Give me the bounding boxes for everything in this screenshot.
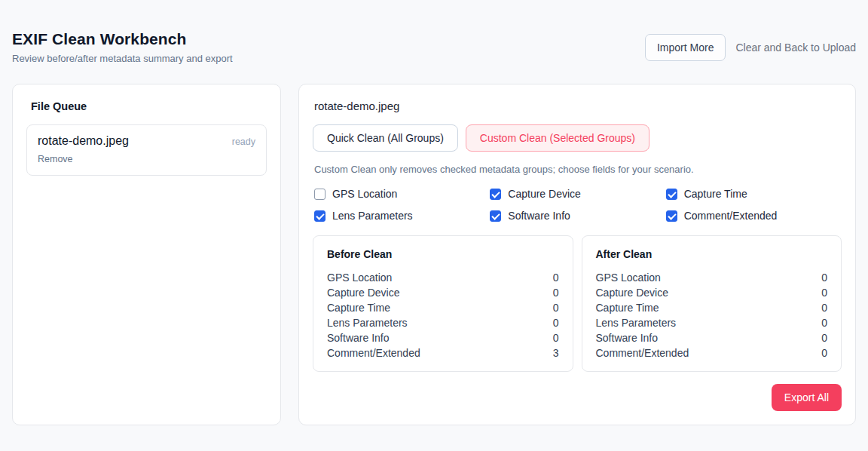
page-subtitle: Review before/after metadata summary and… [12,53,233,64]
row-value: 0 [553,300,559,315]
group-label: Comment/Extended [684,210,778,222]
group-label: Lens Parameters [332,210,413,222]
row-label: Lens Parameters [327,315,408,330]
page-title: EXIF Clean Workbench [12,30,233,48]
before-clean-title: Before Clean [327,248,559,260]
capture-time-checkbox[interactable] [666,189,677,200]
table-row: Capture Device 0 [596,285,828,300]
table-row: Software Info 0 [327,330,559,345]
table-row: Lens Parameters 0 [327,315,559,330]
row-value: 0 [553,315,559,330]
row-value: 0 [553,330,559,345]
group-option-capture-time[interactable]: Capture Time [666,188,842,200]
row-value: 0 [821,345,827,360]
quick-clean-button[interactable]: Quick Clean (All Groups) [313,124,458,152]
row-value: 0 [553,285,559,300]
clean-actions: Quick Clean (All Groups) Custom Clean (S… [313,124,842,152]
row-label: Lens Parameters [596,315,677,330]
row-value: 0 [821,300,827,315]
row-label: GPS Location [327,270,392,285]
row-label: Software Info [596,330,659,345]
selected-file-name: rotate-demo.jpeg [314,100,842,112]
group-label: Software Info [508,210,570,222]
row-value: 0 [553,270,559,285]
row-label: Comment/Extended [327,345,420,360]
after-clean-title: After Clean [596,248,828,260]
group-option-gps-location[interactable]: GPS Location [314,188,490,200]
group-option-lens-parameters[interactable]: Lens Parameters [314,210,490,222]
remove-file-link[interactable]: Remove [38,154,73,164]
group-option-comment-extended[interactable]: Comment/Extended [666,210,842,222]
row-label: GPS Location [596,270,661,285]
header: EXIF Clean Workbench Review before/after… [12,30,856,64]
row-value: 0 [821,285,827,300]
file-queue-item-header: rotate-demo.jpeg ready [38,134,255,148]
header-actions: Import More Clear and Back to Upload [645,34,856,61]
file-queue-title: File Queue [31,100,267,112]
row-value: 0 [821,315,827,330]
page: EXIF Clean Workbench Review before/after… [0,0,868,451]
table-row: Capture Time 0 [596,300,828,315]
header-title-block: EXIF Clean Workbench Review before/after… [12,30,233,64]
capture-device-checkbox[interactable] [490,189,501,200]
row-label: Capture Device [327,285,400,300]
row-label: Comment/Extended [596,345,689,360]
group-label: Capture Device [508,188,581,200]
table-row: GPS Location 0 [327,270,559,285]
before-clean-table: Before Clean GPS Location 0 Capture Devi… [313,235,573,372]
lens-parameters-checkbox[interactable] [314,210,326,222]
clear-and-back-link[interactable]: Clear and Back to Upload [735,41,856,54]
group-option-capture-device[interactable]: Capture Device [490,188,665,200]
group-label: Capture Time [684,188,747,200]
queued-file-name: rotate-demo.jpeg [38,134,129,148]
software-info-checkbox[interactable] [490,210,501,222]
after-clean-table: After Clean GPS Location 0 Capture Devic… [582,235,842,372]
custom-clean-button[interactable]: Custom Clean (Selected Groups) [466,124,649,152]
group-label: GPS Location [332,188,397,200]
export-row: Export All [313,384,842,411]
row-label: Software Info [327,330,390,345]
custom-clean-note: Custom Clean only removes checked metada… [314,164,842,175]
table-row: GPS Location 0 [596,270,828,285]
export-all-button[interactable]: Export All [772,384,842,411]
table-row: Comment/Extended 0 [596,345,828,360]
row-value: 3 [553,345,559,360]
summary-tables: Before Clean GPS Location 0 Capture Devi… [313,235,842,372]
file-status-badge: ready [232,137,255,147]
row-label: Capture Device [596,285,669,300]
table-row: Software Info 0 [596,330,828,345]
table-row: Lens Parameters 0 [596,315,828,330]
row-label: Capture Time [327,300,390,315]
table-row: Capture Time 0 [327,300,559,315]
row-value: 0 [821,270,827,285]
group-option-software-info[interactable]: Software Info [490,210,665,222]
content-row: File Queue rotate-demo.jpeg ready Remove… [12,84,856,425]
metadata-groups-grid: GPS Location Capture Device Capture Time… [314,188,842,222]
row-label: Capture Time [596,300,659,315]
comment-extended-checkbox[interactable] [666,210,677,222]
table-row: Capture Device 0 [327,285,559,300]
gps-location-checkbox[interactable] [314,189,326,200]
row-value: 0 [821,330,827,345]
file-queue-item[interactable]: rotate-demo.jpeg ready Remove [26,124,267,176]
workbench-panel: rotate-demo.jpeg Quick Clean (All Groups… [298,84,856,425]
table-row: Comment/Extended 3 [327,345,559,360]
import-more-button[interactable]: Import More [645,34,726,61]
file-queue-panel: File Queue rotate-demo.jpeg ready Remove [12,84,281,425]
